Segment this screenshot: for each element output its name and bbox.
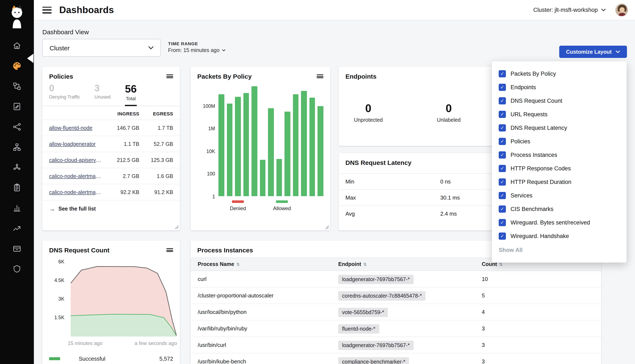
- drag-handle-icon[interactable]: [166, 74, 173, 78]
- customize-item[interactable]: ✓Process Instances: [492, 148, 626, 162]
- checkbox-checked-icon[interactable]: ✓: [499, 219, 506, 226]
- checkbox-checked-icon[interactable]: ✓: [499, 70, 506, 77]
- checkbox-checked-icon[interactable]: ✓: [499, 97, 506, 104]
- checkbox-checked-icon[interactable]: ✓: [499, 232, 506, 240]
- user-avatar[interactable]: [615, 4, 628, 16]
- bar-allowed: [276, 159, 282, 196]
- bar-allowed: [252, 86, 257, 196]
- checkbox-checked-icon[interactable]: ✓: [499, 205, 506, 212]
- topbar-right: Cluster: jlt-msft-workshop: [533, 4, 628, 16]
- checkbox-checked-icon[interactable]: ✓: [499, 124, 506, 131]
- customize-item[interactable]: ✓Services: [492, 188, 626, 202]
- customize-item-label: Wireguard. Bytes sent/received: [511, 219, 590, 226]
- customize-item[interactable]: ✓Policies: [492, 134, 626, 148]
- customize-item-label: CIS Benchmarks: [511, 206, 553, 212]
- customize-item[interactable]: ✓Endpoints: [492, 80, 626, 94]
- customize-item-label: HTTP Response Codes: [511, 165, 571, 172]
- y-tick: 1.5K: [42, 315, 64, 320]
- checkbox-checked-icon[interactable]: ✓: [499, 192, 506, 199]
- sort-icon: ⇅: [499, 262, 503, 267]
- see-full-list-link[interactable]: → See the full list: [42, 200, 180, 217]
- sidebar-icon-network-flows[interactable]: [7, 76, 27, 96]
- bar-allowed: [235, 96, 241, 196]
- cluster-selector[interactable]: Cluster: jlt-msft-workshop: [533, 7, 606, 13]
- x-label-start: 15 minutes ago: [68, 340, 102, 346]
- dashboard-view-select[interactable]: Cluster: [42, 39, 161, 57]
- show-all-link[interactable]: Show All: [492, 243, 626, 253]
- resize-grip-icon[interactable]: [174, 225, 179, 229]
- customize-item[interactable]: ✓CIS Benchmarks: [492, 202, 626, 216]
- policy-link[interactable]: calico-node-alertmana…: [49, 173, 104, 179]
- menu-hamburger-icon[interactable]: [42, 6, 52, 13]
- policy-link[interactable]: allow-loadgenerator: [49, 141, 104, 147]
- calico-cat-logo[interactable]: [7, 4, 27, 29]
- sidebar-icon-home[interactable]: [7, 36, 27, 56]
- checkbox-checked-icon[interactable]: ✓: [499, 165, 506, 172]
- endpoint-cell: loadgenerator-7697bb7567-*: [338, 341, 413, 349]
- checkbox-checked-icon[interactable]: ✓: [499, 178, 506, 186]
- count-value: 3: [482, 358, 485, 364]
- policy-link[interactable]: calico-cloud-apiserver-…: [49, 157, 104, 163]
- bar-allowed: [293, 94, 299, 196]
- endpoint-cell: fluentd-node-*: [338, 325, 379, 332]
- checkbox-checked-icon[interactable]: ✓: [499, 84, 506, 91]
- time-range-control[interactable]: TIME RANGE From: 15 minutes ago: [168, 41, 226, 53]
- sidebar-icon-endpoints[interactable]: [7, 157, 27, 178]
- area-chart-plot: [71, 240, 176, 338]
- dashboard-view-value: Cluster: [50, 44, 148, 51]
- checkbox-checked-icon[interactable]: ✓: [499, 138, 506, 145]
- policy-row: allow-fluentd-node146.7 GB1.7 TB: [42, 120, 180, 136]
- card-title: Endpoints: [345, 73, 376, 80]
- sidebar-icon-service-graph[interactable]: [7, 117, 27, 137]
- sidebar-nav: [0, 36, 34, 279]
- customize-item[interactable]: ✓HTTP Response Codes: [492, 162, 626, 175]
- col-process-name[interactable]: Process Name⇅: [198, 261, 240, 267]
- checkbox-checked-icon[interactable]: ✓: [499, 151, 506, 158]
- policy-row: calico-cloud-apiserver-…212.5 GB125.3 GB: [42, 152, 180, 168]
- sidebar-icon-dashboards[interactable]: [7, 56, 27, 76]
- sidebar-icon-compliance[interactable]: [7, 178, 27, 198]
- y-tick: 4.5K: [42, 278, 64, 283]
- legend-denied: Denied: [230, 200, 246, 212]
- egress-value: 1.7 TB: [139, 125, 173, 131]
- bar-chart-legend: Denied Allowed: [190, 200, 330, 212]
- customize-item[interactable]: ✓DNS Request Count: [492, 94, 626, 108]
- topbar: Dashboards Cluster: jlt-msft-workshop: [34, 0, 635, 20]
- col-ingress[interactable]: INGRESS: [104, 111, 139, 116]
- customize-item[interactable]: ✓DNS Request Latency: [492, 121, 626, 134]
- policy-link[interactable]: calico-node-alertmana…: [49, 189, 104, 195]
- customize-item-label: HTTP Request Duration: [511, 178, 571, 185]
- policy-row: allow-loadgenerator1.1 TB52.7 GB: [42, 136, 180, 152]
- card-title: DNS Request Latency: [345, 159, 411, 166]
- sidebar-icon-tiers[interactable]: [7, 137, 27, 157]
- dns-legend-row: Successful 5,572: [49, 356, 173, 362]
- sidebar-icon-policies[interactable]: [7, 96, 27, 117]
- endpoint-cell: vote-5655bd759-*: [338, 308, 388, 316]
- customize-item[interactable]: ✓HTTP Request Duration: [492, 175, 626, 188]
- stat-total[interactable]: 56 Total: [125, 83, 137, 106]
- customize-item[interactable]: ✓Wireguard. Bytes sent/received: [492, 216, 626, 229]
- count-value: 3: [482, 342, 485, 348]
- egress-value: 125.3 GB: [139, 157, 173, 163]
- customize-item[interactable]: ✓URL Requests: [492, 108, 626, 121]
- drag-handle-icon[interactable]: [317, 74, 323, 78]
- customize-item[interactable]: ✓Packets By Policy: [492, 67, 626, 80]
- customize-layout-button[interactable]: Customize Layout: [559, 46, 627, 58]
- card-title: Policies: [49, 73, 73, 80]
- customize-item-label: Endpoints: [511, 84, 536, 90]
- col-endpoint[interactable]: Endpoint⇅: [338, 261, 367, 267]
- policies-stats: 0 Denying Traffic 3 Unused 56 Total: [42, 80, 180, 106]
- sidebar-icon-timeline[interactable]: [7, 198, 27, 218]
- stat-unused: 3 Unused: [94, 83, 110, 106]
- customize-item[interactable]: ✓Wireguard. Handshake: [492, 229, 626, 243]
- checkbox-checked-icon[interactable]: ✓: [499, 110, 506, 118]
- sidebar-icon-activity[interactable]: [7, 218, 27, 238]
- y-tick: 6K: [42, 259, 64, 264]
- policies-table-header: INGRESS EGRESS: [42, 106, 180, 120]
- policy-link[interactable]: allow-fluentd-node: [49, 125, 104, 131]
- resize-grip-icon[interactable]: [325, 225, 329, 229]
- col-egress[interactable]: EGRESS: [139, 111, 173, 116]
- sidebar-icon-storage[interactable]: [7, 238, 27, 259]
- sidebar-icon-security[interactable]: [7, 259, 27, 279]
- process-name: /var/lib/ruby/bin/ruby: [198, 325, 247, 332]
